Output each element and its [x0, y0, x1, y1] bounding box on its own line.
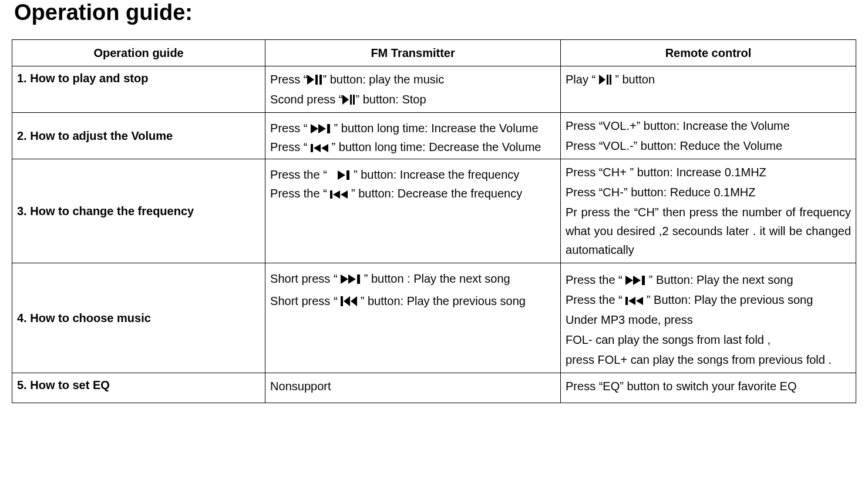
svg-marker-13 [314, 144, 321, 152]
svg-rect-18 [330, 190, 332, 199]
text: ” button: Stop [355, 93, 426, 106]
text: ” Button: Play the next song [645, 273, 793, 286]
svg-rect-8 [610, 75, 611, 85]
text: ” button : Play the next song [361, 272, 510, 285]
remote-cell: Press “VOL.+” button: Increase the Volum… [561, 113, 856, 159]
row-label: 4. How to choose music [12, 263, 265, 373]
table-row: 5. How to set EQ Nonsupport Press “EQ” b… [12, 373, 856, 403]
page-title: Operation guide: [12, 0, 856, 25]
text: Nonsupport [270, 377, 556, 396]
text: Pr press the “CH” then press the number … [566, 203, 851, 259]
svg-rect-17 [346, 170, 349, 180]
svg-marker-20 [341, 190, 348, 199]
fm-cell: Press “” button: play the music Scond pr… [265, 66, 561, 113]
row-label: 5. How to set EQ [12, 373, 265, 403]
svg-rect-30 [625, 297, 628, 305]
remote-cell: Press “CH+ ” button: Increase 0.1MHZ Pre… [561, 159, 856, 263]
text: Press “ [270, 122, 311, 135]
play-pause-icon [599, 75, 612, 85]
svg-rect-29 [642, 276, 645, 285]
text: ” button: Play the previous song [357, 294, 526, 307]
row-label: 2. How to adjust the Volume [12, 113, 265, 159]
play-pause-icon [307, 75, 322, 85]
text: Press “VOL.+” button: Increase the Volum… [566, 116, 851, 135]
svg-marker-28 [633, 276, 641, 285]
svg-marker-9 [311, 124, 318, 133]
text: Press “ [270, 140, 311, 153]
text: FOL- can play the songs from last fold , [566, 330, 851, 349]
text: Press “EQ” button to switch your favorit… [566, 377, 851, 396]
text: ” button: play the music [322, 73, 444, 86]
svg-marker-10 [318, 124, 326, 133]
play-pause-icon [342, 95, 355, 105]
table-row: 2. How to adjust the Volume Press “ ” bu… [12, 113, 856, 159]
svg-marker-3 [342, 95, 349, 105]
svg-marker-16 [338, 170, 345, 180]
text: ” button [612, 73, 655, 86]
svg-marker-21 [341, 274, 348, 284]
header-fm-transmitter: FM Transmitter [265, 40, 561, 66]
text: Press the “ [566, 273, 625, 286]
table-row: 4. How to choose music Short press “ ” b… [12, 263, 856, 373]
text: Press the “ [566, 293, 625, 306]
text: Scond press “ [270, 93, 342, 106]
text: ” button: Increase the frequency [350, 168, 519, 181]
header-operation-guide: Operation guide [12, 40, 265, 66]
text: press FOL+ can play the songs from previ… [566, 350, 851, 369]
text: Press the “ [270, 168, 330, 181]
text: ” Button: Play the previous song [643, 293, 813, 306]
svg-marker-22 [348, 274, 356, 284]
fm-cell: Press “ ” button long time: Increase the… [265, 113, 561, 159]
table-row: 3. How to change the frequency Press the… [12, 159, 856, 263]
svg-rect-7 [607, 75, 608, 85]
remote-cell: Press the “ ” Button: Play the next song… [561, 263, 856, 373]
svg-rect-11 [327, 124, 330, 133]
svg-rect-23 [357, 274, 360, 284]
next-track-icon [311, 124, 331, 133]
row-label: 1. How to play and stop [12, 66, 265, 113]
prev-track-icon [311, 144, 328, 152]
text: Press “ [270, 73, 307, 86]
svg-marker-32 [636, 297, 643, 305]
text: ” button long time: Decrease the Volume [328, 140, 541, 153]
operation-guide-table: Operation guide FM Transmitter Remote co… [12, 39, 856, 403]
table-row: 1. How to play and stop Press “” button:… [12, 66, 856, 113]
text: Press the “ [270, 187, 330, 200]
text: Press “CH+ ” button: Increase 0.1MHZ [566, 163, 851, 182]
fm-cell: Short press “ ” button : Play the next s… [265, 263, 561, 373]
row-label: 3. How to change the frequency [12, 159, 265, 263]
next-track-icon [330, 170, 350, 180]
remote-cell: Play “ ” button [561, 66, 856, 113]
svg-marker-14 [321, 144, 328, 152]
next-track-icon [625, 276, 645, 285]
text: ” button long time: Increase the Volume [331, 122, 539, 135]
svg-marker-27 [625, 276, 633, 285]
text: Short press “ [270, 294, 341, 307]
svg-marker-6 [599, 75, 605, 85]
svg-marker-25 [344, 296, 350, 306]
svg-marker-15 [330, 170, 338, 175]
svg-rect-24 [341, 296, 343, 306]
text: Under MP3 mode, press [566, 310, 851, 329]
remote-cell: Press “EQ” button to switch your favorit… [561, 373, 856, 403]
prev-track-icon [330, 190, 348, 199]
svg-rect-12 [311, 144, 313, 152]
text: ” button: Decrease the frequency [348, 187, 522, 200]
svg-rect-2 [319, 75, 322, 85]
text: Play “ [566, 73, 599, 86]
svg-marker-0 [307, 75, 314, 85]
svg-marker-31 [628, 297, 635, 305]
next-track-icon [341, 274, 361, 284]
fm-cell: Press the “ ” button: Increase the frequ… [265, 159, 561, 263]
svg-rect-4 [350, 95, 352, 105]
svg-rect-1 [315, 75, 318, 85]
svg-marker-19 [333, 190, 340, 199]
table-header-row: Operation guide FM Transmitter Remote co… [12, 40, 856, 66]
text: Press “VOL.-” button: Reduce the Volume [566, 136, 851, 155]
svg-marker-26 [351, 296, 357, 306]
text: Press “CH-” button: Reduce 0.1MHZ [566, 183, 851, 202]
fm-cell: Nonsupport [265, 373, 561, 403]
prev-track-icon [341, 296, 357, 306]
prev-track-icon [625, 297, 643, 305]
header-remote-control: Remote control [561, 40, 856, 66]
